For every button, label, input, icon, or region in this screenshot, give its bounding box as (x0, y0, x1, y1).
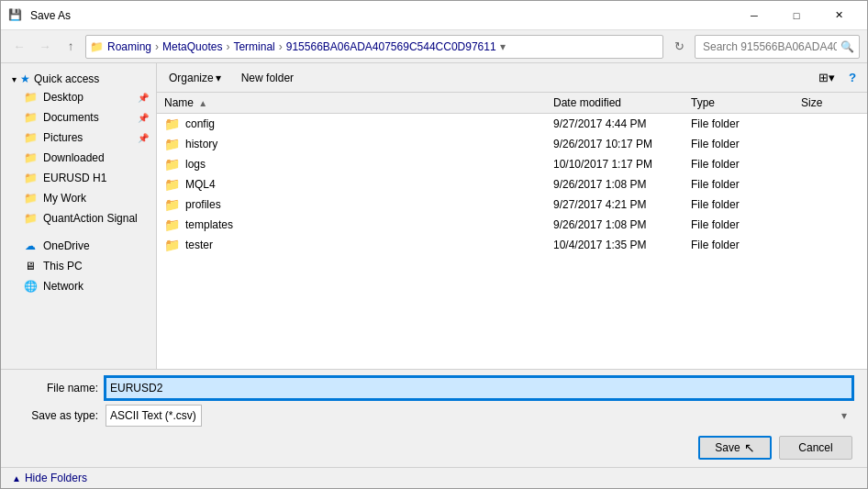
forward-button[interactable]: → (34, 36, 56, 58)
save-cursor-icon: ↖ (744, 440, 755, 455)
file-size (794, 134, 867, 154)
hide-folders-label: Hide Folders (25, 472, 87, 484)
col-header-size[interactable]: Size (794, 93, 867, 114)
sidebar-item-onedrive-label: OneDrive (43, 239, 90, 252)
bottom-area: File name: Save as type: ASCII Text (*.c… (1, 369, 867, 467)
desktop-pin-icon: 📌 (138, 93, 149, 103)
new-folder-button[interactable]: New folder (233, 67, 302, 89)
table-row[interactable]: 📁 logs 10/10/2017 1:17 PM File folder (157, 154, 867, 174)
file-date: 9/26/2017 1:08 PM (546, 215, 684, 235)
table-row[interactable]: 📁 history 9/26/2017 10:17 PM File folder (157, 134, 867, 154)
sidebar-item-quantaction-label: QuantAction Signal (43, 212, 138, 225)
sidebar-item-mywork-label: My Work (43, 192, 86, 205)
table-row[interactable]: 📁 MQL4 9/26/2017 1:08 PM File folder (157, 174, 867, 194)
sidebar-item-mywork[interactable]: 📁 My Work (1, 188, 156, 208)
file-type: File folder (684, 134, 794, 154)
title-bar: 💾 Save As ─ □ ✕ (1, 1, 867, 30)
file-type: File folder (684, 174, 794, 194)
sidebar-item-eurusd[interactable]: 📁 EURUSD H1 (1, 168, 156, 188)
saveastype-select[interactable]: ASCII Text (*.csv) CSV (*.csv) Text (*.t… (106, 405, 202, 427)
sidebar-item-pictures[interactable]: 📁 Pictures 📌 (1, 128, 156, 148)
mywork-folder-icon: 📁 (23, 191, 38, 206)
file-type: File folder (684, 114, 794, 135)
organize-button[interactable]: Organize ▾ (161, 67, 229, 89)
view-button[interactable]: ⊞▾ (816, 67, 838, 89)
sidebar-item-desktop[interactable]: 📁 Desktop 📌 (1, 87, 156, 107)
file-name: MQL4 (185, 178, 216, 191)
sidebar-item-downloaded-label: Downloaded (43, 151, 105, 164)
documents-pin-icon: 📌 (138, 113, 149, 123)
sidebar-item-documents[interactable]: 📁 Documents 📌 (1, 107, 156, 128)
saveastype-wrapper: ASCII Text (*.csv) CSV (*.csv) Text (*.t… (106, 405, 852, 427)
sidebar-item-thispc-label: This PC (43, 260, 83, 272)
file-name: config (185, 117, 215, 130)
sidebar-item-thispc[interactable]: 🖥 This PC (1, 256, 156, 276)
sidebar-item-onedrive[interactable]: ☁ OneDrive (1, 236, 156, 256)
search-input[interactable] (695, 35, 860, 59)
navigation-toolbar: ← → ↑ 📁 Roaming › MetaQuotes › Terminal … (1, 30, 867, 63)
file-size (794, 194, 867, 215)
quick-access-header[interactable]: ▾ ★ Quick access (1, 67, 156, 87)
col-header-name[interactable]: Name ▲ (157, 93, 546, 114)
content-area: ▾ ★ Quick access 📁 Desktop 📌 📁 Documents… (1, 63, 867, 369)
file-size (794, 154, 867, 174)
sidebar-item-eurusd-label: EURUSD H1 (43, 172, 106, 184)
file-date: 10/4/2017 1:35 PM (546, 235, 684, 255)
crumb-terminal[interactable]: Terminal (233, 40, 274, 53)
minimize-button[interactable]: ─ (733, 1, 775, 30)
window-controls: ─ □ ✕ (733, 1, 860, 30)
back-button[interactable]: ← (8, 36, 30, 58)
table-row[interactable]: 📁 config 9/27/2017 4:44 PM File folder (157, 114, 867, 135)
col-header-date[interactable]: Date modified (546, 93, 684, 114)
sidebar-item-quantaction[interactable]: 📁 QuantAction Signal (1, 208, 156, 228)
refresh-button[interactable]: ↻ (667, 35, 691, 59)
pictures-folder-icon: 📁 (23, 130, 38, 145)
hide-folders-arrow-icon: ▲ (12, 473, 21, 483)
file-size (794, 235, 867, 255)
buttons-row: Save ↖ Cancel (16, 432, 852, 460)
folder-icon: 📁 (164, 238, 180, 252)
quick-access-star-icon: ★ (20, 72, 30, 85)
downloaded-folder-icon: 📁 (23, 150, 38, 165)
hide-folders[interactable]: ▲ Hide Folders (1, 467, 867, 488)
folder-icon: 📁 (164, 137, 180, 151)
folder-icon: 📁 (164, 217, 180, 232)
second-toolbar: Organize ▾ New folder ⊞▾ ? (157, 63, 867, 93)
sidebar-item-network[interactable]: 🌐 Network (1, 276, 156, 296)
file-type: File folder (684, 154, 794, 174)
window-icon: 💾 (8, 8, 23, 23)
filename-label: File name: (16, 382, 98, 395)
cancel-button[interactable]: Cancel (779, 436, 852, 460)
window-title: Save As (30, 9, 71, 22)
file-type: File folder (684, 194, 794, 215)
file-size (794, 174, 867, 194)
onedrive-icon: ☁ (23, 239, 38, 253)
sidebar-item-pictures-label: Pictures (43, 131, 83, 144)
close-button[interactable]: ✕ (818, 1, 860, 30)
filename-input[interactable] (106, 377, 852, 399)
up-button[interactable]: ↑ (60, 36, 82, 58)
address-folder-icon: 📁 (90, 40, 104, 53)
help-button[interactable]: ? (841, 67, 863, 89)
file-name: profiles (185, 198, 221, 211)
address-bar[interactable]: 📁 Roaming › MetaQuotes › Terminal › 9155… (85, 35, 663, 59)
search-wrapper: 🔍 (695, 35, 860, 59)
file-name: history (185, 138, 217, 150)
address-dropdown-icon[interactable]: ▾ (500, 40, 506, 53)
file-date: 9/27/2017 4:21 PM (546, 194, 684, 215)
table-row[interactable]: 📁 tester 10/4/2017 1:35 PM File folder (157, 235, 867, 255)
table-row[interactable]: 📁 templates 9/26/2017 1:08 PM File folde… (157, 215, 867, 235)
pictures-pin-icon: 📌 (138, 133, 149, 143)
col-header-type[interactable]: Type (684, 93, 794, 114)
file-list-area: Organize ▾ New folder ⊞▾ ? Name ▲ (157, 63, 867, 369)
file-type: File folder (684, 235, 794, 255)
sidebar-item-downloaded[interactable]: 📁 Downloaded (1, 148, 156, 168)
maximize-button[interactable]: □ (775, 1, 818, 30)
crumb-roaming[interactable]: Roaming (107, 40, 151, 53)
save-button[interactable]: Save ↖ (698, 436, 772, 460)
crumb-metaquotes[interactable]: MetaQuotes (162, 40, 222, 53)
table-row[interactable]: 📁 profiles 9/27/2017 4:21 PM File folder (157, 194, 867, 215)
file-size (794, 215, 867, 235)
crumb-guid[interactable]: 915566BA06ADA407569C544CC0D97611 (286, 40, 496, 53)
documents-folder-icon: 📁 (23, 110, 38, 125)
